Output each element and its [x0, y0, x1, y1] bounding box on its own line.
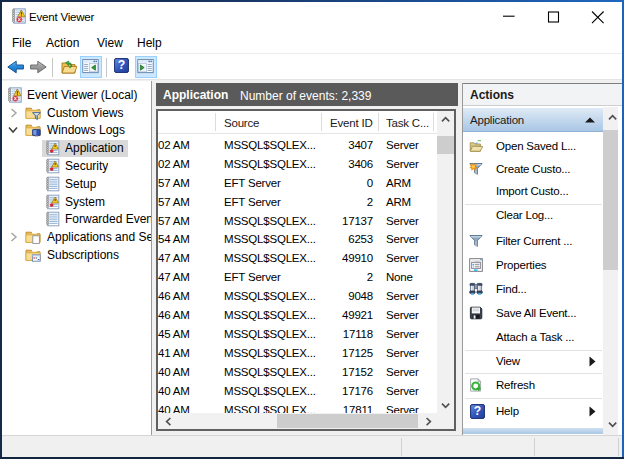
svg-text:?: ?: [474, 404, 481, 418]
svg-text:?: ?: [118, 58, 125, 72]
